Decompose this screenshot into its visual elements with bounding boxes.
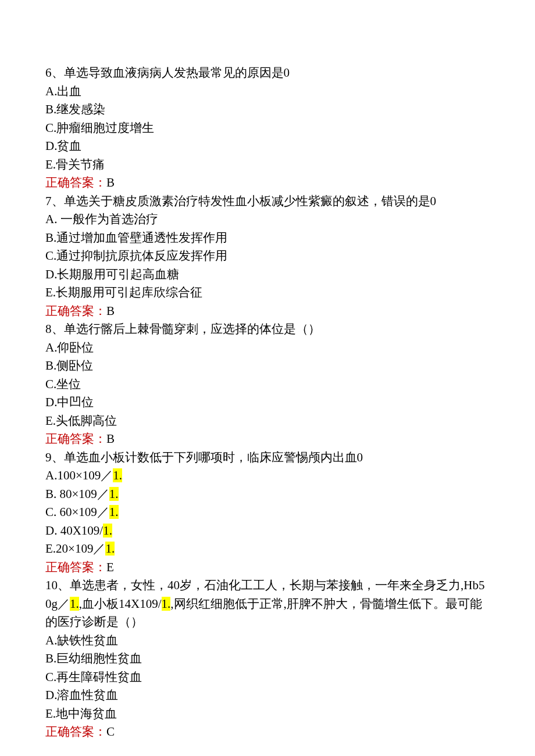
answer-line: 正确答案：B (45, 302, 490, 321)
option-a: A.出血 (45, 83, 490, 101)
option-b: B. 80×109／1. (45, 485, 490, 504)
answer-label: 正确答案： (45, 432, 106, 446)
highlight: 1. (70, 597, 79, 611)
highlight: 1. (103, 524, 112, 538)
highlight: 1. (109, 487, 119, 501)
answer-value: B (106, 304, 115, 318)
answer-value: C (106, 725, 115, 739)
option-d: D.贫血 (45, 137, 490, 156)
option-text: A.100×109／ (45, 468, 113, 482)
highlight: 1. (105, 542, 115, 556)
option-b: B.通过增加血管壁通透性发挥作用 (45, 229, 490, 248)
option-c: C.再生障碍性贫血 (45, 668, 490, 687)
answer-line: 正确答案：E (45, 558, 490, 577)
option-a: A.100×109／1. (45, 467, 490, 485)
highlight: 1. (113, 468, 122, 482)
question-stem: 10、单选患者，女性，40岁，石油化工工人，长期与苯接触，一年来全身乏力,Hb5… (45, 576, 490, 632)
answer-value: B (106, 175, 115, 189)
option-b: B.侧卧位 (45, 357, 490, 375)
answer-line: 正确答案：C (45, 723, 490, 741)
document-page: 6、单选导致血液病病人发热最常见的原因是0 A.出血 B.继发感染 C.肿瘤细胞… (0, 0, 535, 756)
option-e: E.骨关节痛 (45, 156, 490, 174)
answer-line: 正确答案：B (45, 174, 490, 192)
option-e: E.20×109／1. (45, 540, 490, 558)
option-e: E.头低脚高位 (45, 412, 490, 431)
answer-label: 正确答案： (45, 560, 106, 574)
option-a: A. 一般作为首选治疗 (45, 210, 490, 229)
option-d: D.长期服用可引起高血糖 (45, 266, 490, 284)
answer-label: 正确答案： (45, 304, 106, 318)
option-c: C.坐位 (45, 375, 490, 394)
option-text: C. 60×109／ (45, 505, 109, 519)
option-e: E.长期服用可引起库欣综合征 (45, 284, 490, 302)
option-text: D. 40X109/ (45, 524, 103, 538)
option-d: D.中凹位 (45, 393, 490, 412)
option-a: A.缺铁性贫血 (45, 632, 490, 650)
question-stem: 9、单选血小板计数低于下列哪项时，临床应警惕颅内出血0 (45, 449, 490, 467)
question-stem: 7、单选关于糖皮质激素治疗特发性血小板减少性紫癜的叙述，错误的是0 (45, 192, 490, 211)
answer-line: 正确答案：B (45, 430, 490, 449)
question-stem: 8、单选行髂后上棘骨髓穿刺，应选择的体位是（） (45, 320, 490, 339)
option-d: D. 40X109/1. (45, 522, 490, 540)
option-text: E.20×109／ (45, 542, 105, 556)
answer-label: 正确答案： (45, 175, 106, 189)
option-c: C. 60×109／1. (45, 503, 490, 522)
option-text: B. 80×109／ (45, 487, 109, 501)
option-c: C.通过抑制抗原抗体反应发挥作用 (45, 247, 490, 266)
stem-text: ,血小板14X109/ (79, 597, 162, 611)
option-a: A.仰卧位 (45, 339, 490, 357)
option-e: E.地中海贫血 (45, 705, 490, 723)
option-b: B.巨幼细胞性贫血 (45, 650, 490, 668)
highlight: 1. (109, 505, 119, 519)
option-c: C.肿瘤细胞过度增生 (45, 119, 490, 138)
answer-label: 正确答案： (45, 725, 106, 739)
answer-value: B (106, 432, 115, 446)
highlight: 1. (162, 597, 171, 611)
option-d: D.溶血性贫血 (45, 686, 490, 705)
question-stem: 6、单选导致血液病病人发热最常见的原因是0 (45, 64, 490, 83)
answer-value: E (106, 560, 114, 574)
option-b: B.继发感染 (45, 101, 490, 119)
